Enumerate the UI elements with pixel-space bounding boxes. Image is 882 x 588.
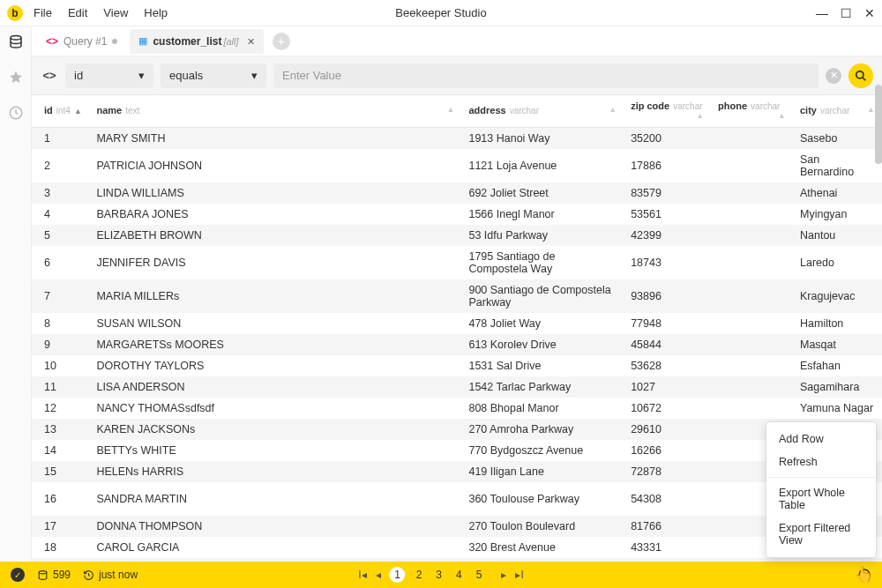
cell-id[interactable]: 2: [32, 149, 89, 182]
cell-name[interactable]: KAREN JACKSONs: [89, 419, 461, 440]
cell-address[interactable]: 1795 Santiago de Compostela Way: [461, 246, 624, 279]
cell-zip[interactable]: 1027: [624, 376, 711, 398]
close-tab-icon[interactable]: ×: [248, 34, 255, 48]
cell-city[interactable]: Sasebo: [793, 128, 882, 150]
table-row[interactable]: 4BARBARA JONES1566 Inegl Manor53561Mying…: [32, 204, 882, 225]
table-row[interactable]: 8SUSAN WILSON478 Joliet Way77948Hamilton: [32, 313, 882, 334]
cell-id[interactable]: 12: [32, 398, 89, 419]
cell-phone[interactable]: [711, 398, 793, 419]
cell-address[interactable]: 613 Korolev Drive: [461, 334, 624, 355]
menu-view[interactable]: View: [103, 6, 128, 19]
cell-name[interactable]: LINDA WILLIAMS: [89, 182, 461, 204]
page-2[interactable]: 2: [413, 567, 426, 583]
cell-address[interactable]: 53 Idfu Parkway: [461, 225, 624, 246]
cell-zip[interactable]: 53628: [624, 355, 711, 376]
cell-phone[interactable]: [711, 182, 793, 204]
cell-name[interactable]: JENNIFER DAVIS: [89, 246, 461, 279]
menu-help[interactable]: Help: [144, 6, 168, 19]
cell-city[interactable]: Laredo: [793, 246, 882, 279]
cell-name[interactable]: BARBARA JONES: [89, 204, 461, 225]
column-header-address[interactable]: addressvarchar▲: [461, 95, 624, 128]
cell-id[interactable]: 15: [32, 461, 89, 482]
first-page-button[interactable]: I◂: [358, 569, 366, 581]
favorites-icon[interactable]: [7, 69, 25, 86]
next-page-button[interactable]: ▸: [501, 569, 506, 581]
menu-export-filtered-view[interactable]: Export Filtered View: [766, 517, 876, 552]
table-row[interactable]: 18CAROL GARCIA320 Brest Avenue43331: [32, 537, 882, 558]
cell-address[interactable]: 808 Bhopal Manor: [461, 398, 624, 419]
database-icon[interactable]: [7, 33, 25, 51]
cell-id[interactable]: 1: [32, 128, 89, 150]
cell-id[interactable]: 8: [32, 313, 89, 334]
cell-address[interactable]: 1913 Hanoi Way: [461, 128, 624, 150]
table-row[interactable]: 1MARY SMITH1913 Hanoi Way35200Sasebo: [32, 128, 882, 150]
table-row[interactable]: 6JENNIFER DAVIS1795 Santiago de Composte…: [32, 246, 882, 279]
cell-id[interactable]: 11: [32, 376, 89, 398]
cell-id[interactable]: 10: [32, 355, 89, 376]
cell-zip[interactable]: 35200: [624, 128, 711, 150]
cell-id[interactable]: 16: [32, 482, 89, 516]
cell-phone[interactable]: [711, 204, 793, 225]
cell-city[interactable]: Yamuna Nagar: [793, 398, 882, 419]
maximize-button[interactable]: ☐: [841, 6, 852, 20]
cell-city[interactable]: Athenai: [793, 182, 882, 204]
cell-phone[interactable]: [711, 128, 793, 150]
column-header-city[interactable]: cityvarchar▲: [793, 95, 882, 128]
cell-zip[interactable]: 29610: [624, 419, 711, 440]
cell-phone[interactable]: [711, 355, 793, 376]
cell-name[interactable]: SUSAN WILSON: [89, 313, 461, 334]
cell-address[interactable]: 900 Santiago de Compostela Parkway: [461, 279, 624, 313]
cell-id[interactable]: 7: [32, 279, 89, 313]
clear-filter-button[interactable]: ✕: [826, 68, 841, 84]
page-1[interactable]: 1: [390, 567, 406, 583]
cell-phone[interactable]: [711, 225, 793, 246]
cell-name[interactable]: HELENs HARRIS: [89, 461, 461, 482]
data-table-container[interactable]: idint4▲nametext▲addressvarchar▲zip codev…: [32, 95, 882, 562]
cell-city[interactable]: Hamilton: [793, 313, 882, 334]
add-tab-button[interactable]: +: [273, 33, 290, 50]
cell-zip[interactable]: 83579: [624, 182, 711, 204]
cell-address[interactable]: 478 Joliet Way: [461, 313, 624, 334]
table-row[interactable]: 16SANDRA MARTIN360 Toulouse Parkway54308…: [32, 482, 882, 516]
cell-name[interactable]: MARGARETSs MOORES: [89, 334, 461, 355]
cell-address[interactable]: 1121 Loja Avenue: [461, 149, 624, 182]
cell-name[interactable]: CAROL GARCIA: [89, 537, 461, 558]
cell-name[interactable]: DOROTHY TAYLORS: [89, 355, 461, 376]
cell-zip[interactable]: 93896: [624, 279, 711, 313]
prev-page-button[interactable]: ◂: [376, 569, 381, 581]
minimize-button[interactable]: —: [816, 6, 828, 20]
column-header-id[interactable]: idint4▲: [32, 95, 89, 128]
cell-address[interactable]: 360 Toulouse Parkway: [461, 482, 624, 516]
page-3[interactable]: 3: [432, 567, 445, 583]
table-row[interactable]: 12NANCY THOMASsdfsdf808 Bhopal Manor1067…: [32, 398, 882, 419]
cell-phone[interactable]: [711, 313, 793, 334]
cell-city[interactable]: Nantou: [793, 225, 882, 246]
filter-value-input[interactable]: [273, 63, 818, 88]
cell-name[interactable]: SANDRA MARTIN: [89, 482, 461, 516]
cell-address[interactable]: 692 Joliet Street: [461, 182, 624, 204]
cell-id[interactable]: 6: [32, 246, 89, 279]
cell-id[interactable]: 13: [32, 419, 89, 440]
cell-address[interactable]: 1531 Sal Drive: [461, 355, 624, 376]
cell-address[interactable]: 270 Amroha Parkway: [461, 419, 624, 440]
table-row[interactable]: 17DONNA THOMPSON270 Toulon Boulevard8176…: [32, 516, 882, 537]
cell-zip[interactable]: 43331: [624, 537, 711, 558]
cell-zip[interactable]: 18743: [624, 246, 711, 279]
table-row[interactable]: 2PATRICIA JOHNSON1121 Loja Avenue17886Sa…: [32, 149, 882, 182]
cell-city[interactable]: Esfahan: [793, 355, 882, 376]
column-header-zip-code[interactable]: zip codevarchar▲: [624, 95, 711, 128]
table-row[interactable]: 15HELENs HARRIS419 Iligan Lane72878Bhopa…: [32, 461, 882, 482]
cell-city[interactable]: Sagamihara: [793, 376, 882, 398]
column-header-phone[interactable]: phonevarchar▲: [711, 95, 793, 128]
cell-city[interactable]: San Bernardino: [793, 149, 882, 182]
cell-zip[interactable]: 42399: [624, 225, 711, 246]
table-row[interactable]: 3LINDA WILLIAMS692 Joliet Street83579Ath…: [32, 182, 882, 204]
cell-id[interactable]: 9: [32, 334, 89, 355]
history-icon[interactable]: [7, 104, 25, 122]
table-row[interactable]: 5ELIZABETH BROWN53 Idfu Parkway42399Nant…: [32, 225, 882, 246]
menu-export-whole-table[interactable]: Export Whole Table: [766, 481, 876, 517]
menu-file[interactable]: File: [34, 6, 52, 19]
cell-name[interactable]: BETTYs WHITE: [89, 440, 461, 461]
cell-phone[interactable]: [711, 376, 793, 398]
cell-address[interactable]: 1566 Inegl Manor: [461, 204, 624, 225]
